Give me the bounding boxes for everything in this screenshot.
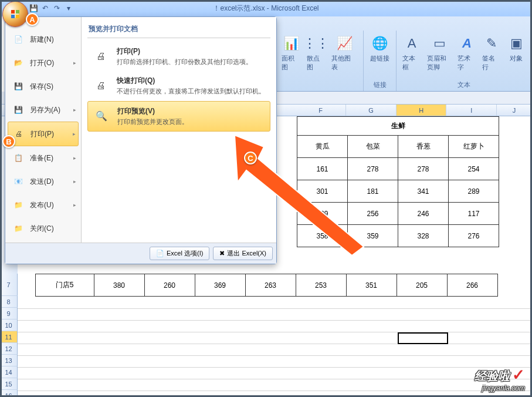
cell[interactable]: 205 xyxy=(397,274,447,297)
empty-gridlines xyxy=(18,297,532,397)
sub-desc: 不进行任何更改，直接将工作簿发送到默认打印机。 xyxy=(117,87,265,96)
redo-icon[interactable]: ↷ xyxy=(52,3,62,14)
row-header[interactable]: 7 xyxy=(0,274,18,296)
col-header[interactable]: H xyxy=(397,105,447,116)
sub-title: 打印预览(V) xyxy=(117,106,188,116)
row-header[interactable]: 8 xyxy=(0,296,18,308)
col-header[interactable]: I xyxy=(446,105,497,116)
ribbon-label: 超链接 xyxy=(370,54,389,63)
table-title[interactable]: 生鲜 xyxy=(297,117,499,136)
cell[interactable]: 351 xyxy=(346,274,397,297)
row-header[interactable]: 16 xyxy=(0,390,18,397)
menu-open[interactable]: 📂打开(O)▸ xyxy=(8,51,79,75)
ribbon-label: 文本框 xyxy=(402,54,421,72)
table-header[interactable]: 香葱 xyxy=(398,136,449,158)
cell[interactable]: 278 xyxy=(348,158,398,180)
group-label: 文本 xyxy=(397,80,531,89)
cell[interactable]: 358 xyxy=(297,225,348,247)
sub-print-preview[interactable]: 🔍 打印预览(V)打印前预览并更改页面。 xyxy=(87,101,270,132)
office-button[interactable] xyxy=(2,1,28,27)
cell[interactable]: 181 xyxy=(348,180,398,203)
cell[interactable]: 门店5 xyxy=(35,274,94,297)
row-header[interactable]: 13 xyxy=(0,355,18,366)
cell[interactable]: 253 xyxy=(296,274,346,297)
cell[interactable]: 266 xyxy=(447,274,497,297)
area-chart-icon: 📊 xyxy=(282,34,300,53)
area-chart-button[interactable]: 📊面积图 xyxy=(279,33,303,73)
excel-options-button[interactable]: 📄Excel 选项(I) xyxy=(150,247,209,260)
cell[interactable]: 289 xyxy=(449,180,499,203)
scatter-chart-button[interactable]: ⋮⋮散点图 xyxy=(304,33,328,73)
textbox-button[interactable]: A文本框 xyxy=(400,33,423,73)
ribbon-label: 艺术字 xyxy=(458,54,476,72)
menu-save[interactable]: 💾保存(S) xyxy=(8,75,79,98)
printer-icon: 🖨 xyxy=(91,76,111,96)
menu-label: 关闭(C) xyxy=(30,224,54,234)
col-header[interactable]: G xyxy=(346,105,397,116)
menu-label: 另存为(A) xyxy=(30,105,60,115)
menu-prepare[interactable]: 📋准备(E)▸ xyxy=(8,146,79,170)
menu-close[interactable]: 📁关闭(C) xyxy=(8,217,79,240)
publish-icon: 📁 xyxy=(11,198,25,212)
cell[interactable]: 359 xyxy=(348,225,398,247)
save-icon[interactable]: 💾 xyxy=(28,3,39,14)
menu-print[interactable]: 🖨打印(P)▸ xyxy=(8,122,79,146)
object-button[interactable]: ▣对象 xyxy=(504,33,528,73)
col-header[interactable]: F xyxy=(296,105,346,116)
cell[interactable]: 161 xyxy=(297,158,348,180)
cell[interactable]: 263 xyxy=(245,274,296,297)
sub-title: 快速打印(Q) xyxy=(117,76,265,86)
signature-button[interactable]: ✎签名行 xyxy=(480,33,503,73)
annotation-b: B xyxy=(2,135,15,148)
table-header[interactable]: 黄瓜 xyxy=(297,136,348,158)
ribbon-label: 面积图 xyxy=(282,54,301,72)
other-charts-button[interactable]: 📈其他图表 xyxy=(329,33,360,73)
hyperlink-button[interactable]: 🌐超链接 xyxy=(368,33,392,64)
cell[interactable]: 301 xyxy=(297,180,348,203)
annotation-a: A xyxy=(26,13,39,26)
row-header[interactable]: 9 xyxy=(0,308,18,319)
row-header[interactable]: 10 xyxy=(0,319,18,331)
menu-new[interactable]: 📄新建(N) xyxy=(8,28,79,51)
cell[interactable]: 278 xyxy=(398,158,449,180)
menu-label: 打开(O) xyxy=(30,58,54,68)
col-header[interactable]: J xyxy=(497,105,532,116)
cell[interactable]: 254 xyxy=(449,158,499,180)
row-header[interactable]: 15 xyxy=(0,378,18,390)
table-header[interactable]: 红萝卜 xyxy=(449,136,499,158)
qat-dropdown-icon[interactable]: ▾ xyxy=(63,3,74,14)
exit-excel-button[interactable]: ✖退出 Excel(X) xyxy=(213,247,273,260)
sub-print[interactable]: 🖨 打印(P)打印前选择打印机、打印份数及其他打印选项。 xyxy=(87,42,270,71)
menu-label: 打印(P) xyxy=(31,129,54,139)
cell[interactable]: 341 xyxy=(398,180,449,203)
cell[interactable]: 260 xyxy=(144,274,195,297)
row-header[interactable]: 12 xyxy=(0,343,18,355)
cell[interactable]: 380 xyxy=(94,274,144,297)
cell[interactable]: 369 xyxy=(195,274,245,297)
cell[interactable]: 276 xyxy=(449,225,499,247)
ribbon-label: 散点图 xyxy=(307,54,326,72)
ribbon-group-links: 🌐超链接 链接 xyxy=(364,31,397,91)
menu-send[interactable]: 📧发送(D)▸ xyxy=(8,170,79,193)
row-header[interactable]: 14 xyxy=(0,366,18,378)
cell[interactable]: 309 xyxy=(297,203,348,225)
row-header[interactable]: 11 xyxy=(0,331,18,343)
menu-saveas[interactable]: 💾另存为(A)▸ xyxy=(8,98,79,122)
cell[interactable]: 328 xyxy=(398,225,449,247)
cell[interactable]: 256 xyxy=(348,203,398,225)
header-footer-button[interactable]: ▭页眉和页脚 xyxy=(425,33,454,73)
undo-icon[interactable]: ↶ xyxy=(40,3,50,14)
cell[interactable]: 246 xyxy=(398,203,449,225)
wordart-button[interactable]: A艺术字 xyxy=(455,33,479,73)
office-menu: 📄新建(N) 📂打开(O)▸ 💾保存(S) 💾另存为(A)▸ 🖨打印(P)▸ 📋… xyxy=(5,16,277,264)
cell[interactable]: 117 xyxy=(449,203,499,225)
sub-title: 打印(P) xyxy=(117,46,252,56)
sub-quick-print[interactable]: 🖨 快速打印(Q)不进行任何更改，直接将工作簿发送到默认打印机。 xyxy=(87,71,270,100)
sub-desc: 打印前选择打印机、打印份数及其他打印选项。 xyxy=(117,58,252,66)
other-charts-icon: 📈 xyxy=(335,34,354,53)
table-header[interactable]: 包菜 xyxy=(348,136,398,158)
menu-publish[interactable]: 📁发布(U)▸ xyxy=(8,193,79,217)
selected-cell[interactable] xyxy=(398,332,448,344)
svg-rect-1 xyxy=(11,10,15,14)
title-bar: 💾 ↶ ↷ ▾ ！excel示范.xlsx - Microsoft Excel xyxy=(0,0,532,16)
